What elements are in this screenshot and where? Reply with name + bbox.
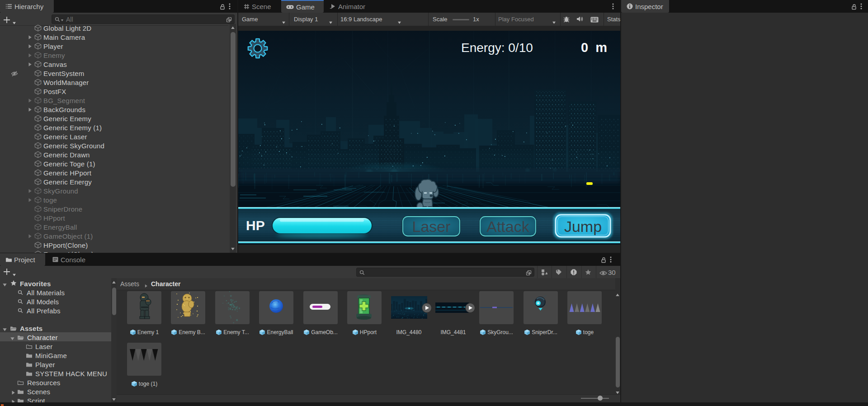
svg-text:Laser: Laser	[412, 218, 450, 235]
svg-text:Energy: 0/10: Energy: 0/10	[461, 41, 533, 55]
svg-text:0 m: 0 m	[581, 40, 607, 55]
svg-text:Jump: Jump	[564, 218, 602, 235]
svg-text:Attack: Attack	[486, 218, 529, 235]
svg-text:HP: HP	[246, 218, 265, 233]
